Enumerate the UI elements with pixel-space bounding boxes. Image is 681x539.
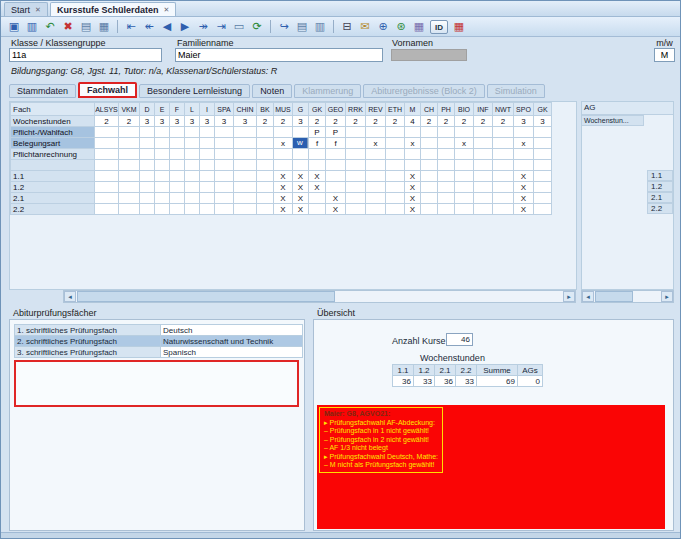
abitur-row[interactable]: 3. schriftliches PrüfungsfachSpanisch xyxy=(15,347,303,358)
grid-cell[interactable] xyxy=(421,182,438,193)
save-icon[interactable]: ▣ xyxy=(6,19,22,35)
grid-cell[interactable] xyxy=(155,160,170,171)
grid-cell[interactable] xyxy=(155,193,170,204)
grid-cell[interactable] xyxy=(455,149,474,160)
grid-cell[interactable] xyxy=(421,138,438,149)
grid-cell[interactable] xyxy=(170,138,185,149)
grid-cell[interactable] xyxy=(421,193,438,204)
grid-cell[interactable] xyxy=(200,182,215,193)
grid-cell[interactable] xyxy=(326,171,346,182)
grid-cell[interactable] xyxy=(140,149,155,160)
grid-cell[interactable] xyxy=(514,149,534,160)
grid-cell[interactable] xyxy=(170,193,185,204)
grid-cell[interactable] xyxy=(438,204,455,215)
grid-cell[interactable] xyxy=(386,193,405,204)
grid-cell[interactable] xyxy=(234,182,257,193)
grid-cell[interactable] xyxy=(200,171,215,182)
grid-cell[interactable]: 4 xyxy=(405,116,421,127)
grid-cell[interactable]: 2 xyxy=(366,116,386,127)
grid-cell[interactable] xyxy=(386,204,405,215)
abitur-row-value[interactable]: Deutsch xyxy=(161,325,303,336)
grid-cell[interactable]: f xyxy=(309,138,326,149)
grid-cell[interactable] xyxy=(474,204,493,215)
grid-cell[interactable]: 2 xyxy=(346,116,366,127)
grid-cell[interactable] xyxy=(140,127,155,138)
grid-cell[interactable] xyxy=(185,127,200,138)
grid-cell[interactable] xyxy=(309,193,326,204)
grid-cell[interactable] xyxy=(257,127,274,138)
first-record-icon[interactable]: ⇤ xyxy=(123,19,139,35)
grid-cell[interactable] xyxy=(155,171,170,182)
tab-besondere-lernleistung[interactable]: Besondere Lernleistung xyxy=(139,84,250,98)
grid-cell[interactable] xyxy=(119,149,140,160)
report-icon[interactable]: ▤ xyxy=(294,19,310,35)
grid-cell[interactable] xyxy=(119,204,140,215)
grid-cell[interactable] xyxy=(215,182,234,193)
grid-cell[interactable] xyxy=(405,160,421,171)
grid-cell[interactable] xyxy=(119,160,140,171)
grid-cell[interactable] xyxy=(95,160,119,171)
grid-cell[interactable]: 3 xyxy=(185,116,200,127)
grid-cell[interactable]: 3 xyxy=(200,116,215,127)
grid-cell[interactable] xyxy=(438,182,455,193)
grid-cell[interactable] xyxy=(366,182,386,193)
grid-cell[interactable] xyxy=(474,171,493,182)
grid-cell[interactable] xyxy=(405,127,421,138)
grid-cell[interactable] xyxy=(215,160,234,171)
grid-cell[interactable] xyxy=(140,138,155,149)
grid-cell[interactable] xyxy=(257,149,274,160)
grid-cell[interactable] xyxy=(421,127,438,138)
grid-cell[interactable] xyxy=(493,182,514,193)
grid-cell[interactable]: X xyxy=(326,193,346,204)
copy-icon[interactable]: ▤ xyxy=(78,19,94,35)
grid-cell[interactable] xyxy=(438,138,455,149)
page-icon[interactable]: ▭ xyxy=(231,19,247,35)
grid-cell[interactable] xyxy=(185,160,200,171)
grid-horizontal-scrollbar[interactable]: ◂ ▸ xyxy=(63,290,576,303)
grid-cell[interactable]: X xyxy=(514,204,534,215)
grid-cell[interactable] xyxy=(438,171,455,182)
grid-cell[interactable] xyxy=(185,149,200,160)
familienname-input[interactable] xyxy=(175,48,383,62)
grid-cell[interactable] xyxy=(95,127,119,138)
prev-record-icon[interactable]: ◀ xyxy=(159,19,175,35)
grid-cell[interactable]: 3 xyxy=(534,116,552,127)
grid-cell[interactable]: X xyxy=(309,171,326,182)
grid-cell[interactable] xyxy=(455,171,474,182)
grid-cell[interactable] xyxy=(326,149,346,160)
tab-noten[interactable]: Noten xyxy=(252,84,292,98)
grid-cell[interactable] xyxy=(234,193,257,204)
grid-cell[interactable] xyxy=(493,193,514,204)
grid-cell[interactable]: X xyxy=(514,171,534,182)
scroll-left-icon[interactable]: ◂ xyxy=(64,291,76,302)
grid-cell[interactable]: 2 xyxy=(438,116,455,127)
grid-cell[interactable] xyxy=(215,149,234,160)
grid-cell[interactable]: 2 xyxy=(309,116,326,127)
grid-cell[interactable] xyxy=(293,127,309,138)
calculator-icon[interactable]: ▦ xyxy=(411,19,427,35)
belegungsart-combobox[interactable]: w▾ xyxy=(293,138,309,149)
grid-cell[interactable]: f xyxy=(326,138,346,149)
grid-cell[interactable] xyxy=(346,149,366,160)
grid-cell[interactable] xyxy=(455,127,474,138)
grid-cell[interactable]: X xyxy=(274,193,293,204)
grid-cell[interactable] xyxy=(185,204,200,215)
grid-cell[interactable] xyxy=(346,204,366,215)
grid-cell[interactable]: 2 xyxy=(95,116,119,127)
grid-cell[interactable]: 2 xyxy=(455,116,474,127)
grid-cell[interactable]: P xyxy=(309,127,326,138)
grid-cell[interactable] xyxy=(534,171,552,182)
grid-cell[interactable] xyxy=(170,127,185,138)
grid-cell[interactable] xyxy=(215,138,234,149)
grid-cell[interactable]: 3 xyxy=(293,116,309,127)
grid-cell[interactable] xyxy=(493,171,514,182)
grid-cell[interactable] xyxy=(215,171,234,182)
ag-scroll-right-icon[interactable]: ▸ xyxy=(661,291,673,302)
print-icon[interactable]: ⊟ xyxy=(339,19,355,35)
grid-cell[interactable]: 3 xyxy=(170,116,185,127)
grid-cell[interactable] xyxy=(386,171,405,182)
grid-cell[interactable]: X xyxy=(293,171,309,182)
grid-cell[interactable]: 2 xyxy=(421,116,438,127)
grid-cell[interactable] xyxy=(366,149,386,160)
grid-cell[interactable]: P xyxy=(326,127,346,138)
